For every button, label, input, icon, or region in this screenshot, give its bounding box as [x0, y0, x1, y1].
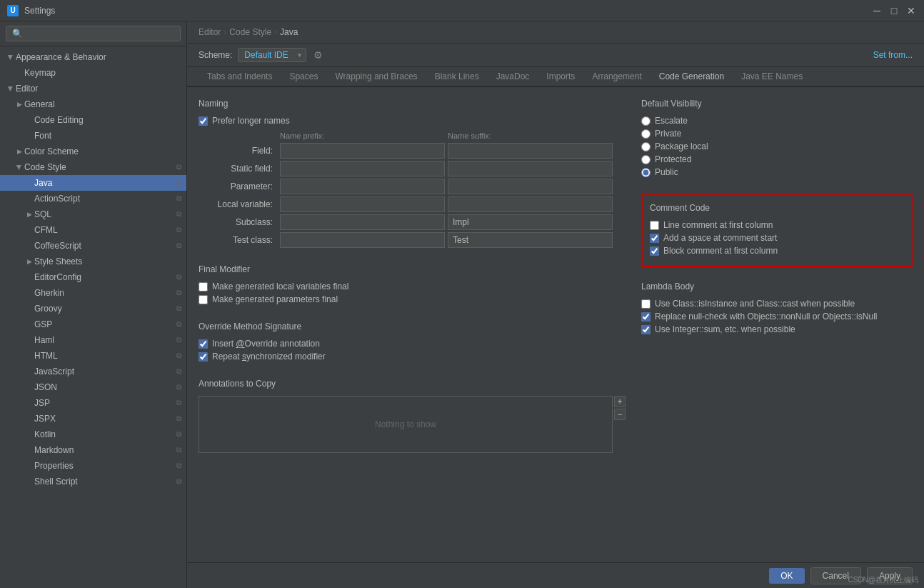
sidebar-item-json[interactable]: ▶ JSON ⧉	[0, 379, 186, 395]
sidebar-item-shell-script[interactable]: ▶ Shell Script ⧉	[0, 474, 186, 489]
visibility-public-radio[interactable]	[641, 168, 651, 177]
block-comment-first-col-checkbox[interactable]	[650, 246, 659, 256]
sidebar-item-appearance[interactable]: ▶ Appearance & Behavior	[0, 49, 186, 65]
sidebar-item-editorconfig[interactable]: ▶ EditorConfig ⧉	[0, 269, 186, 285]
left-column: Naming Prefer longer names Name prefix: …	[199, 99, 613, 551]
sidebar-item-label: Shell Script	[34, 477, 172, 487]
parameter-label: Parameter:	[199, 181, 277, 191]
use-integer-sum-checkbox[interactable]	[641, 325, 651, 334]
sidebar-item-markdown[interactable]: ▶ Markdown ⧉	[0, 442, 186, 458]
visibility-package-radio[interactable]	[641, 142, 651, 151]
sidebar-item-gherkin[interactable]: ▶ Gherkin ⧉	[0, 285, 186, 301]
make-local-final-checkbox[interactable]	[199, 282, 208, 291]
scheme-select[interactable]: Default IDE	[238, 48, 306, 62]
copy-icon: ⧉	[174, 414, 184, 424]
tab-code-generation[interactable]: Code Generation	[651, 67, 733, 87]
main-content-area: ▶ Appearance & Behavior ▶ Keymap ▶ Edito…	[0, 21, 924, 588]
make-params-final-checkbox[interactable]	[199, 295, 208, 304]
test-class-suffix-input[interactable]	[448, 232, 613, 248]
ok-button[interactable]: OK	[769, 568, 804, 584]
test-class-prefix-input[interactable]	[280, 232, 445, 248]
subclass-prefix-input[interactable]	[280, 214, 445, 230]
subclass-suffix-input[interactable]	[448, 214, 613, 230]
static-field-prefix-input[interactable]	[280, 161, 445, 176]
copy-icon: ⧉	[174, 194, 184, 204]
sidebar-item-javascript[interactable]: ▶ JavaScript ⧉	[0, 364, 186, 379]
field-suffix-input[interactable]	[448, 143, 613, 159]
sidebar-item-haml[interactable]: ▶ Haml ⧉	[0, 332, 186, 348]
title-bar-left: U Settings	[7, 5, 55, 16]
tab-javadoc[interactable]: JavaDoc	[488, 67, 538, 87]
remove-annotation-button[interactable]: −	[614, 409, 626, 420]
close-button[interactable]: ✕	[905, 5, 917, 16]
sidebar-item-font[interactable]: ▶ Font	[0, 128, 186, 144]
sidebar-item-keymap[interactable]: ▶ Keymap	[0, 65, 186, 81]
sidebar-item-label: HTML	[34, 351, 172, 361]
tab-tabs-and-indents[interactable]: Tabs and Indents	[199, 67, 281, 87]
breadcrumb-java: Java	[280, 27, 298, 37]
breadcrumb-sep2: ›	[274, 27, 277, 37]
sidebar-item-gsp[interactable]: ▶ GSP ⧉	[0, 317, 186, 332]
sidebar-item-properties[interactable]: ▶ Properties ⧉	[0, 458, 186, 474]
sidebar-item-code-style[interactable]: ▶ Code Style ⧉	[0, 159, 186, 175]
breadcrumb-codestyle[interactable]: Code Style	[229, 27, 271, 37]
sidebar-item-groovy[interactable]: ▶ Groovy ⧉	[0, 301, 186, 317]
static-field-suffix-input[interactable]	[448, 161, 613, 176]
sidebar-item-label: JSON	[34, 382, 172, 392]
copy-icon: ⧉	[174, 241, 184, 251]
default-visibility-title: Default Visibility	[641, 99, 913, 109]
set-from-link[interactable]: Set from...	[873, 50, 913, 60]
visibility-escalate: Escalate	[641, 116, 913, 126]
repeat-synchronized-checkbox[interactable]	[199, 352, 208, 362]
copy-icon: ⧉	[174, 398, 184, 408]
field-prefix-input[interactable]	[280, 143, 445, 159]
insert-override-checkbox[interactable]	[199, 339, 208, 349]
sidebar-item-java[interactable]: ▶ Java ⧉	[0, 175, 186, 191]
add-annotation-button[interactable]: +	[614, 396, 626, 407]
tab-wrapping-braces[interactable]: Wrapping and Braces	[326, 67, 426, 87]
maximize-button[interactable]: □	[888, 5, 900, 16]
sidebar: ▶ Appearance & Behavior ▶ Keymap ▶ Edito…	[0, 21, 187, 588]
sidebar-item-kotlin[interactable]: ▶ Kotlin ⧉	[0, 427, 186, 442]
line-comment-first-col-checkbox[interactable]	[650, 221, 659, 230]
sidebar-item-general[interactable]: ▶ General	[0, 96, 186, 112]
minimize-button[interactable]: ─	[871, 5, 883, 16]
replace-null-check-label: Replace null-check with Objects::nonNull…	[655, 312, 877, 322]
watermark: CSDN@在月亮上编码	[848, 575, 919, 585]
local-var-prefix-input[interactable]	[280, 196, 445, 212]
parameter-suffix-input[interactable]	[448, 179, 613, 194]
sidebar-item-editor[interactable]: ▶ Editor	[0, 81, 186, 96]
use-class-instance-checkbox[interactable]	[641, 299, 651, 309]
tab-spaces[interactable]: Spaces	[281, 67, 326, 87]
sidebar-item-sql[interactable]: ▶ SQL ⧉	[0, 206, 186, 222]
tab-java-ee-names[interactable]: Java EE Names	[733, 67, 811, 87]
tab-arrangement[interactable]: Arrangement	[583, 67, 650, 87]
sidebar-item-color-scheme[interactable]: ▶ Color Scheme	[0, 144, 186, 159]
scheme-gear-button[interactable]: ⚙	[312, 48, 324, 62]
sidebar-item-jspx[interactable]: ▶ JSPX ⧉	[0, 411, 186, 427]
sidebar-item-coffeescript[interactable]: ▶ CoffeeScript ⧉	[0, 238, 186, 254]
visibility-protected-radio[interactable]	[641, 155, 651, 164]
replace-null-check-checkbox[interactable]	[641, 312, 651, 322]
parameter-prefix-input[interactable]	[280, 179, 445, 194]
search-input[interactable]	[6, 26, 181, 41]
sidebar-item-style-sheets[interactable]: ▶ Style Sheets	[0, 254, 186, 269]
sidebar-item-html[interactable]: ▶ HTML ⧉	[0, 348, 186, 364]
visibility-escalate-radio[interactable]	[641, 116, 651, 126]
sidebar-item-actionscript[interactable]: ▶ ActionScript ⧉	[0, 191, 186, 206]
prefer-longer-checkbox[interactable]	[199, 116, 208, 126]
sidebar-item-label: CoffeeScript	[34, 241, 172, 251]
sidebar-item-label: CFML	[34, 225, 172, 235]
local-var-suffix-input[interactable]	[448, 196, 613, 212]
add-space-comment-checkbox[interactable]	[650, 234, 659, 243]
sidebar-item-label: General	[24, 99, 184, 109]
override-item-1: Repeat synchronized modifier	[199, 352, 613, 362]
tab-imports[interactable]: Imports	[538, 67, 583, 87]
sidebar-item-cfml[interactable]: ▶ CFML ⧉	[0, 222, 186, 238]
visibility-private-radio[interactable]	[641, 129, 651, 139]
scheme-label: Scheme:	[199, 50, 232, 60]
sidebar-item-code-editing[interactable]: ▶ Code Editing	[0, 112, 186, 128]
breadcrumb-editor[interactable]: Editor	[199, 27, 221, 37]
sidebar-item-jsp[interactable]: ▶ JSP ⧉	[0, 395, 186, 411]
tab-blank-lines[interactable]: Blank Lines	[426, 67, 488, 87]
